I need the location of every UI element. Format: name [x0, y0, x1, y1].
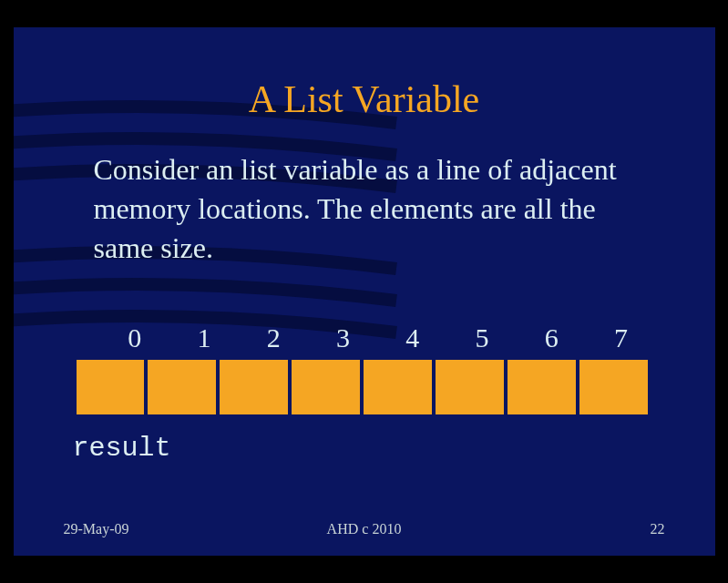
slide: A List Variable Consider an list variabl… [14, 27, 715, 556]
slide-title: A List Variable [14, 77, 715, 121]
array-indices-row: 0 1 2 3 4 5 6 7 [100, 322, 656, 353]
array-cell [362, 360, 434, 414]
array-index: 4 [378, 322, 447, 353]
footer-copyright: AHD c 2010 [327, 521, 402, 537]
array-index: 0 [100, 322, 169, 353]
array-cell [506, 360, 578, 414]
array-cell [218, 360, 290, 414]
array-cell [146, 360, 218, 414]
array-cell [290, 360, 362, 414]
slide-body-text: Consider an list variable as a line of a… [94, 150, 651, 269]
array-diagram [73, 360, 651, 414]
array-cell [578, 360, 651, 414]
array-index: 7 [586, 322, 655, 353]
variable-name-label: result [73, 433, 171, 464]
array-cell [434, 360, 506, 414]
footer-page-number: 22 [651, 521, 665, 537]
array-cell [73, 360, 147, 414]
footer-date: 29-May-09 [64, 521, 129, 537]
array-index: 3 [308, 322, 377, 353]
array-index: 1 [169, 322, 239, 353]
array-index: 6 [517, 322, 586, 353]
array-index: 2 [239, 322, 308, 353]
slide-footer: 29-May-09 AHD c 2010 22 [14, 521, 715, 537]
array-index: 5 [447, 322, 517, 353]
